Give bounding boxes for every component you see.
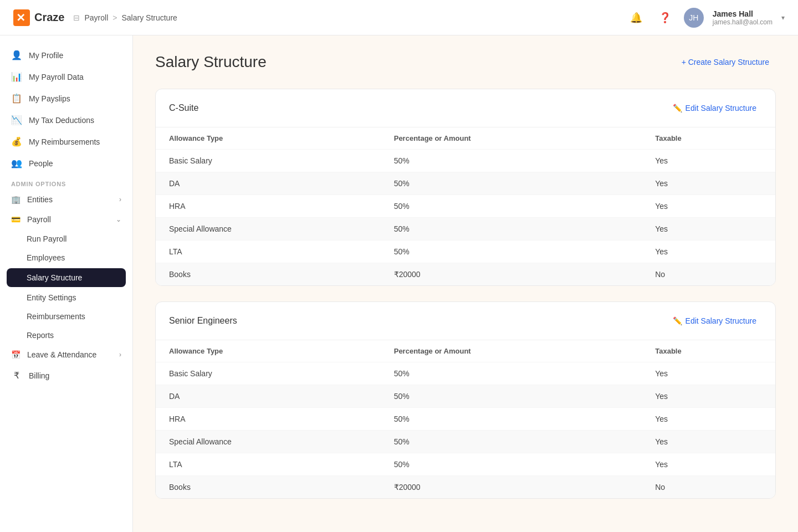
cell-taxable: Yes [642, 408, 775, 431]
card-title-c-suite: C-Suite [169, 103, 198, 113]
cell-taxable: Yes [642, 385, 775, 408]
sidebar-sub-item-run-payroll[interactable]: Run Payroll [0, 229, 132, 248]
cell-taxable: Yes [642, 218, 775, 241]
sidebar-item-my-tax-deductions[interactable]: 📉 My Tax Deductions [0, 109, 132, 131]
table-row: Basic Salary 50% Yes [156, 362, 775, 385]
cell-allowance-type: HRA [156, 408, 381, 431]
cell-percentage: 50% [381, 431, 642, 453]
cell-taxable: Yes [642, 431, 775, 453]
cell-allowance-type: HRA [156, 195, 381, 218]
cell-percentage: 50% [381, 195, 642, 218]
sidebar-label-payroll: Payroll [27, 215, 51, 224]
sidebar-sub-item-entity-settings[interactable]: Entity Settings [0, 288, 132, 307]
billing-icon: ₹ [11, 370, 22, 381]
breadcrumb: ⊟ Payroll > Salary Structure [73, 13, 177, 22]
sidebar-label-my-reimbursements: My Reimbursements [29, 137, 100, 146]
table-row: Books ₹20000 No [156, 476, 775, 499]
svg-text:✕: ✕ [16, 12, 25, 24]
sidebar-item-my-payroll-data[interactable]: 📊 My Payroll Data [0, 66, 132, 88]
col-header-taxable-2: Taxable [642, 340, 775, 362]
salary-structure-card-senior-engineers: Senior Engineers ✏️ Edit Salary Structur… [155, 301, 776, 499]
leave-chevron-icon: › [119, 351, 121, 359]
sidebar-item-payroll[interactable]: 💳 Payroll ⌄ [0, 209, 132, 229]
table-row: HRA 50% Yes [156, 195, 775, 218]
cell-taxable: Yes [642, 172, 775, 195]
edit-label-senior-engineers: Edit Salary Structure [686, 316, 756, 325]
notification-button[interactable]: 🔔 [626, 8, 646, 28]
cell-percentage: 50% [381, 150, 642, 172]
sidebar-label-entity-settings: Entity Settings [27, 293, 76, 302]
sidebar-label-my-tax-deductions: My Tax Deductions [29, 116, 94, 125]
sidebar-item-my-payslips[interactable]: 📋 My Payslips [0, 88, 132, 109]
cell-taxable: No [642, 476, 775, 499]
cell-percentage: 50% [381, 218, 642, 241]
cell-allowance-type: Special Allowance [156, 431, 381, 453]
user-name: James Hall [713, 9, 773, 18]
sidebar-item-my-reimbursements[interactable]: 💰 My Reimbursements [0, 131, 132, 152]
cell-percentage: 50% [381, 172, 642, 195]
cell-taxable: Yes [642, 362, 775, 385]
sidebar-sub-item-reimbursements[interactable]: Reimbursements [0, 307, 132, 326]
sidebar-item-my-profile[interactable]: 👤 My Profile [0, 44, 132, 66]
sidebar-item-people[interactable]: 👥 People [0, 152, 132, 174]
cell-percentage: ₹20000 [381, 263, 642, 286]
sidebar-label-leave-attendance: Leave & Attendance [27, 350, 96, 359]
sidebar-label-people: People [29, 159, 53, 168]
page-title: Salary Structure [155, 53, 267, 71]
user-dropdown-chevron[interactable]: ▾ [781, 14, 785, 22]
header-left: ✕ Craze ⊟ Payroll > Salary Structure [13, 9, 177, 26]
help-button[interactable]: ❓ [655, 8, 675, 28]
sidebar-sub-item-reports[interactable]: Reports [0, 326, 132, 345]
sidebar-item-leave-attendance[interactable]: 📅 Leave & Attendance › [0, 345, 132, 365]
edit-icon-c-suite: ✏️ [673, 104, 682, 112]
payroll-icon: 💳 [11, 215, 21, 224]
card-header-senior-engineers: Senior Engineers ✏️ Edit Salary Structur… [156, 302, 775, 340]
reimbursements-icon: 💰 [11, 136, 22, 147]
table-row: Basic Salary 50% Yes [156, 150, 775, 172]
main-layout: 👤 My Profile 📊 My Payroll Data 📋 My Pays… [0, 35, 798, 532]
cell-allowance-type: DA [156, 385, 381, 408]
cell-percentage: 50% [381, 362, 642, 385]
logo-icon: ✕ [13, 9, 30, 26]
cell-percentage: 50% [381, 385, 642, 408]
sidebar-sub-item-employees[interactable]: Employees [0, 248, 132, 267]
table-row: Special Allowance 50% Yes [156, 431, 775, 453]
sidebar-label-reimbursements: Reimbursements [27, 312, 85, 321]
sidebar-label-my-payslips: My Payslips [29, 94, 70, 103]
sidebar-label-employees: Employees [27, 253, 65, 262]
breadcrumb-current: Salary Structure [121, 13, 177, 22]
cell-allowance-type: Basic Salary [156, 150, 381, 172]
table-row: DA 50% Yes [156, 385, 775, 408]
cell-allowance-type: DA [156, 172, 381, 195]
sidebar-item-billing[interactable]: ₹ Billing [0, 365, 132, 386]
user-info: James Hall james.hall@aol.com [713, 9, 773, 26]
cell-taxable: No [642, 263, 775, 286]
col-header-allowance-type-2: Allowance Type [156, 340, 381, 362]
edit-salary-structure-button-c-suite[interactable]: ✏️ Edit Salary Structure [667, 100, 762, 116]
sidebar-sub-item-salary-structure[interactable]: Salary Structure [7, 268, 126, 287]
salary-structure-card-c-suite: C-Suite ✏️ Edit Salary Structure Allowan… [155, 89, 776, 286]
table-row: HRA 50% Yes [156, 408, 775, 431]
logo: ✕ Craze [13, 9, 64, 26]
payslips-icon: 📋 [11, 93, 22, 104]
card-title-senior-engineers: Senior Engineers [169, 316, 237, 326]
edit-label-c-suite: Edit Salary Structure [686, 104, 756, 112]
cell-taxable: Yes [642, 241, 775, 263]
sidebar-label-salary-structure: Salary Structure [27, 273, 82, 282]
people-icon: 👥 [11, 158, 22, 168]
sidebar-label-reports: Reports [27, 331, 54, 340]
sidebar-label-run-payroll: Run Payroll [27, 234, 66, 243]
edit-salary-structure-button-senior-engineers[interactable]: ✏️ Edit Salary Structure [667, 313, 762, 329]
main-content: Salary Structure + Create Salary Structu… [133, 35, 798, 532]
cell-allowance-type: Basic Salary [156, 362, 381, 385]
salary-table-senior-engineers: Allowance Type Percentage or Amount Taxa… [156, 340, 775, 498]
breadcrumb-parent[interactable]: Payroll [84, 13, 108, 22]
cell-allowance-type: Books [156, 476, 381, 499]
sidebar-item-entities[interactable]: 🏢 Entities › [0, 190, 132, 209]
col-header-allowance-type-1: Allowance Type [156, 127, 381, 150]
col-header-percentage-1: Percentage or Amount [381, 127, 642, 150]
table-row: DA 50% Yes [156, 172, 775, 195]
create-salary-structure-button[interactable]: + Create Salary Structure [675, 53, 776, 71]
table-row: LTA 50% Yes [156, 453, 775, 476]
collapse-icon[interactable]: ⊟ [73, 13, 80, 22]
